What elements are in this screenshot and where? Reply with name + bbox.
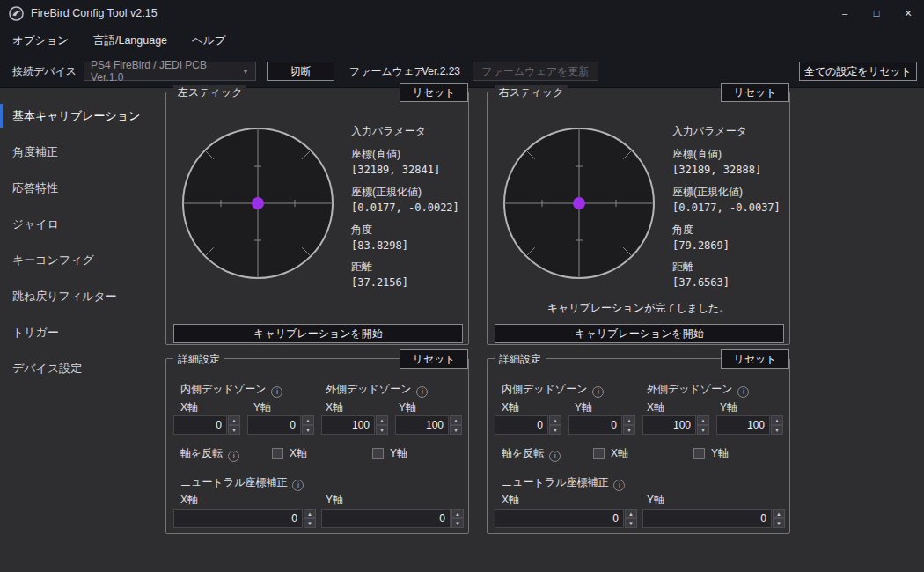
spin-down-icon[interactable]: ▼ (623, 425, 635, 435)
neutral-correction-label: ニュートラル座標補正i (502, 475, 625, 491)
spin-up-icon[interactable]: ▲ (451, 509, 464, 518)
spin-down-icon[interactable]: ▼ (376, 425, 388, 435)
outer-deadzone-label: 外側デッドゾーンi (326, 382, 428, 398)
sidebar-item-trigger[interactable]: トリガー (0, 314, 164, 350)
device-select[interactable]: PS4 FireBird / JEDI PCB Ver.1.0 ▼ (84, 62, 256, 81)
left-detail-panel: 詳細設定 リセット 内側デッドゾーンi 外側デッドゾーンi X軸 Y軸 X軸 Y… (165, 358, 469, 534)
angle-label: 角度 (351, 223, 372, 238)
inner-deadzone-x-stepper: ▲▼ (495, 415, 561, 435)
checkbox-icon (593, 448, 605, 459)
menu-options[interactable]: オプション (12, 33, 69, 48)
spin-down-icon[interactable]: ▼ (625, 518, 637, 528)
neutral-x-input[interactable] (173, 509, 303, 528)
neutral-correction-text: ニュートラル座標補正 (180, 476, 287, 488)
left-stick-reset-button[interactable]: リセット (400, 83, 468, 102)
close-button[interactable]: ✕ (892, 0, 924, 26)
spin-up-icon[interactable]: ▲ (228, 415, 240, 425)
disconnect-button[interactable]: 切断 (267, 62, 334, 81)
outer-deadzone-x-input[interactable] (642, 415, 696, 435)
neutral-x-stepper: ▲▼ (173, 509, 316, 528)
outer-deadzone-y-stepper: ▲▼ (716, 415, 783, 435)
spin-up-icon[interactable]: ▲ (773, 509, 785, 518)
calibration-status: キャリブレーションが完了しました。 (488, 301, 789, 316)
menu-language[interactable]: 言語/Language (93, 33, 167, 48)
inner-deadzone-y-input[interactable] (568, 415, 622, 435)
inner-deadzone-label: 内側デッドゾーンi (502, 382, 604, 398)
neutral-y-label: Y軸 (326, 493, 343, 508)
outer-deadzone-y-input[interactable] (716, 415, 770, 435)
sidebar-item-label: 跳ね戻りフィルター (12, 289, 117, 304)
spin-up-icon[interactable]: ▲ (302, 415, 314, 425)
sidebar-item-bounce-filter[interactable]: 跳ね戻りフィルター (0, 278, 164, 314)
invert-x-checkbox[interactable]: X軸 (272, 446, 307, 461)
spin-up-icon[interactable]: ▲ (450, 415, 462, 425)
spin-down-icon[interactable]: ▼ (451, 518, 464, 528)
sidebar-item-label: キーコンフィグ (12, 253, 94, 268)
firmware-version: Ver.2.23 (422, 65, 460, 77)
spin-down-icon[interactable]: ▼ (304, 518, 316, 528)
spin-down-icon[interactable]: ▼ (302, 425, 314, 435)
invert-axes-label: 軸を反転i (180, 446, 239, 462)
inner-deadzone-y-input[interactable] (247, 415, 301, 435)
sidebar-item-gyro[interactable]: ジャイロ (0, 206, 164, 242)
firmware-colon: : (407, 65, 410, 77)
outer-deadzone-y-input[interactable] (395, 415, 449, 435)
right-detail-reset-button[interactable]: リセット (721, 349, 789, 369)
y-axis-label: Y軸 (575, 400, 592, 415)
spin-up-icon[interactable]: ▲ (771, 415, 783, 425)
info-icon: i (228, 451, 239, 462)
spin-up-icon[interactable]: ▲ (549, 415, 561, 425)
invert-y-checkbox[interactable]: Y軸 (372, 446, 407, 461)
input-params-title: 入力パラメータ (351, 124, 426, 139)
reset-all-settings-button[interactable]: 全ての設定をリセット (799, 62, 917, 81)
right-stick-calibrate-button[interactable]: キャリブレーションを開始 (495, 324, 784, 343)
invert-y-checkbox[interactable]: Y軸 (693, 446, 729, 461)
left-stick-calibrate-button[interactable]: キャリブレーションを開始 (173, 324, 463, 343)
info-icon: i (292, 480, 304, 491)
neutral-x-input[interactable] (495, 509, 624, 528)
window-controls: – □ ✕ (829, 0, 924, 26)
inner-deadzone-x-input[interactable] (495, 415, 548, 435)
sidebar-item-label: 角度補正 (12, 144, 58, 160)
spin-down-icon[interactable]: ▼ (697, 425, 709, 435)
checkbox-icon (372, 448, 384, 459)
x-axis-label: X軸 (502, 400, 519, 415)
spin-up-icon[interactable]: ▲ (697, 415, 709, 425)
spin-down-icon[interactable]: ▼ (450, 425, 462, 435)
detail-panel-title: 詳細設定 (495, 352, 546, 367)
spin-down-icon[interactable]: ▼ (773, 518, 785, 528)
inner-deadzone-y-stepper: ▲▼ (247, 415, 314, 435)
spin-down-icon[interactable]: ▼ (549, 425, 561, 435)
sidebar-item-response[interactable]: 応答特性 (0, 170, 164, 206)
coord-raw-label: 座標(直値) (351, 147, 400, 162)
maximize-button[interactable]: □ (861, 0, 892, 26)
sidebar-item-basic-calibration[interactable]: 基本キャリブレーション (0, 98, 164, 134)
sidebar-item-angle-correction[interactable]: 角度補正 (0, 134, 164, 170)
left-detail-reset-button[interactable]: リセット (400, 349, 468, 369)
info-icon: i (613, 480, 625, 491)
right-stick-reset-button[interactable]: リセット (721, 83, 789, 102)
inner-deadzone-text: 内側デッドゾーン (180, 383, 266, 395)
outer-deadzone-text: 外側デッドゾーン (326, 383, 411, 395)
neutral-y-input[interactable] (321, 509, 451, 528)
sidebar-item-key-config[interactable]: キーコンフィグ (0, 242, 164, 278)
spin-up-icon[interactable]: ▲ (376, 415, 388, 425)
angle-label: 角度 (672, 223, 693, 238)
invert-x-checkbox[interactable]: X軸 (593, 446, 628, 461)
spin-up-icon[interactable]: ▲ (304, 509, 316, 518)
distance-value: [37.6563] (672, 276, 730, 289)
spin-up-icon[interactable]: ▲ (623, 415, 635, 425)
outer-deadzone-x-input[interactable] (321, 415, 375, 435)
spin-up-icon[interactable]: ▲ (625, 509, 637, 518)
spin-down-icon[interactable]: ▼ (771, 425, 783, 435)
inner-deadzone-x-input[interactable] (173, 415, 227, 435)
sidebar-item-label: 基本キャリブレーション (12, 108, 140, 124)
menu-help[interactable]: ヘルプ (192, 33, 225, 48)
coord-raw-value: [32189, 32888] (672, 164, 761, 176)
neutral-y-input[interactable] (642, 509, 772, 528)
sidebar-item-device-settings[interactable]: デバイス設定 (0, 350, 164, 386)
spin-down-icon[interactable]: ▼ (228, 425, 240, 435)
left-stick-visualization (174, 120, 341, 287)
minimize-button[interactable]: – (829, 0, 861, 26)
neutral-x-label: X軸 (180, 493, 198, 508)
